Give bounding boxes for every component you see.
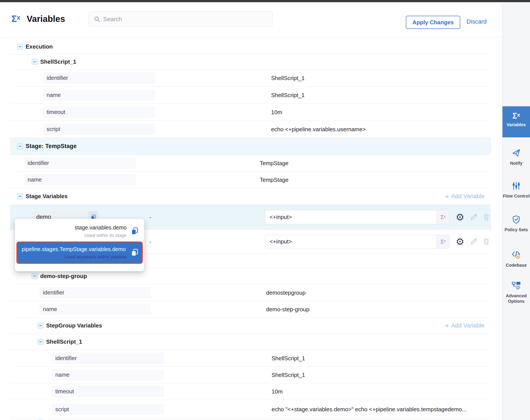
trash-icon — [482, 237, 491, 246]
key-label: identifier — [55, 355, 77, 361]
expression-type-toggle[interactable]: Σˣ — [436, 235, 449, 249]
key-chip: name — [43, 90, 155, 101]
variable-value: <+input> — [265, 214, 436, 221]
variable-value-input[interactable]: <+input> Σˣ — [265, 210, 450, 224]
row-script: script echo <+pipeline.variables.usernam… — [10, 121, 491, 138]
discard-button[interactable]: Discard — [467, 18, 487, 25]
stage-header-label: Stage: TempStage — [26, 143, 77, 150]
search-input[interactable] — [103, 12, 270, 27]
expression-scope: Used anywhere within pipeline — [22, 254, 127, 259]
panel-header: Σˣ Variables Apply Changes Discard — [0, 2, 502, 37]
key-label: timeout — [55, 388, 74, 395]
value-text: TempStage — [260, 160, 289, 166]
variables-panel: Σˣ Variables Apply Changes Discard − Exe… — [0, 0, 530, 420]
pipeline-aspects-sidebar: Σˣ Variables Notify Flow Control — [502, 2, 530, 420]
variable-settings-button[interactable]: ⚙ — [455, 237, 465, 247]
sidebar-item-policy-sets[interactable]: Policy Sets — [502, 215, 530, 233]
value-text: ShellScript_1 — [271, 92, 305, 98]
key-chip: name — [24, 174, 136, 185]
sidebar-item-notify[interactable]: Notify — [502, 148, 530, 166]
expression-scope: Used within its stage — [74, 233, 127, 238]
key-chip: timeout — [52, 386, 164, 397]
add-variable-button[interactable]: + Add Variable — [445, 193, 485, 200]
value-text: TempStage — [260, 176, 289, 183]
copy-icon[interactable] — [130, 226, 139, 236]
key-chip: timeout — [43, 106, 155, 118]
tree-label: Stage Variables — [26, 193, 68, 200]
codebase-warning-icon — [511, 250, 521, 259]
key-label: identifier — [43, 289, 64, 296]
key-label: name — [55, 372, 70, 378]
sidebar-item-variables[interactable]: Σˣ Variables — [502, 106, 530, 137]
row-identifier: identifier ShellScript_1 — [10, 350, 491, 367]
variable-value-input[interactable]: <+input> Σˣ — [265, 235, 450, 249]
sidebar-item-codebase[interactable]: Codebase — [502, 250, 530, 268]
row-stage-identifier: identifier TempStage — [10, 155, 491, 171]
row-timeout: timeout 10m — [10, 104, 491, 121]
key-label: name — [28, 176, 42, 183]
search-box[interactable] — [88, 11, 273, 27]
collapse-icon[interactable]: − — [17, 143, 23, 149]
tree-label: demo-step-group — [40, 273, 87, 280]
gear-icon: ⚙ — [456, 212, 464, 222]
tree-row-shellscript-nested[interactable]: − ShellScript_1 — [10, 334, 491, 350]
sidebar-item-flow-control[interactable]: Flow Control — [502, 181, 530, 199]
variable-delete-button[interactable] — [482, 237, 491, 247]
apply-changes-button[interactable]: Apply Changes — [406, 16, 460, 29]
value-text: demostepgroup — [266, 289, 306, 296]
expression-popup: stage.variables.demo Used within its sta… — [15, 219, 144, 271]
collapse-icon[interactable]: − — [38, 339, 44, 345]
partial-next-row: − — [10, 419, 491, 420]
flowchart-gear-icon — [511, 280, 521, 290]
value-text: ShellScript_1 — [272, 355, 305, 361]
variable-edit-button[interactable] — [469, 237, 478, 247]
copy-icon[interactable] — [130, 248, 139, 257]
value-text: 10m — [272, 388, 283, 395]
tree-row-stage-tempstage[interactable]: − Stage: TempStage — [10, 138, 491, 155]
tree-row-shellscript[interactable]: − ShellScript_1 — [10, 54, 491, 70]
variable-settings-button[interactable]: ⚙ — [455, 212, 465, 222]
row-identifier: identifier ShellScript_1 — [10, 70, 491, 87]
shield-check-icon — [512, 215, 521, 224]
variable-value: <+input> — [265, 238, 436, 245]
gear-icon: ⚙ — [456, 237, 464, 247]
value-text: ShellScript_1 — [271, 75, 305, 81]
pencil-icon — [469, 237, 478, 246]
tree-label: Execution — [26, 43, 53, 50]
variables-sigma-icon: Σˣ — [11, 14, 20, 24]
tree-label: ShellScript_1 — [46, 338, 82, 345]
tree-row-stage-variables[interactable]: − Stage Variables + Add Variable — [10, 188, 491, 205]
expression-type-toggle[interactable]: Σˣ — [436, 210, 449, 224]
value-text: 10m — [271, 109, 282, 116]
collapse-icon[interactable]: − — [32, 59, 38, 65]
expression-text: pipeline.stages.TempStage.variables.demo — [22, 246, 127, 253]
key-chip: name — [39, 304, 151, 315]
collapse-icon[interactable]: − — [38, 323, 44, 329]
key-chip: identifier — [52, 353, 164, 364]
pencil-icon — [469, 213, 478, 222]
required-separator: - — [149, 238, 151, 245]
search-icon — [94, 16, 101, 23]
key-chip: identifier — [43, 72, 155, 84]
key-label: name — [46, 92, 61, 98]
variable-edit-button[interactable] — [469, 212, 478, 222]
tree-row-stepgroup-variables[interactable]: − StepGroup Variables + Add Variable — [10, 318, 491, 334]
plus-icon: + — [445, 322, 449, 329]
key-chip: identifier — [39, 287, 151, 298]
collapse-icon[interactable]: − — [17, 44, 23, 50]
value-text: demo-step-group — [266, 306, 309, 313]
key-label: name — [43, 306, 57, 313]
key-label: identifier — [28, 160, 49, 166]
expression-option-stage-scope[interactable]: stage.variables.demo Used within its sta… — [16, 221, 143, 241]
expression-option-pipeline-scope[interactable]: pipeline.stages.TempStage.variables.demo… — [16, 241, 143, 264]
key-chip: script — [43, 124, 155, 135]
add-variable-button[interactable]: + Add Variable — [445, 322, 485, 329]
expression-text: stage.variables.demo — [74, 225, 127, 231]
key-label: script — [46, 126, 60, 133]
sidebar-item-advanced-options[interactable]: Advanced Options — [502, 280, 530, 304]
collapse-icon[interactable]: − — [17, 193, 23, 199]
row-script: script echo "<+stage.variables.demo>" ec… — [10, 400, 491, 419]
variable-delete-button[interactable] — [482, 212, 491, 222]
tree-row-execution[interactable]: − Execution — [10, 39, 491, 54]
collapse-icon[interactable]: − — [32, 273, 38, 279]
